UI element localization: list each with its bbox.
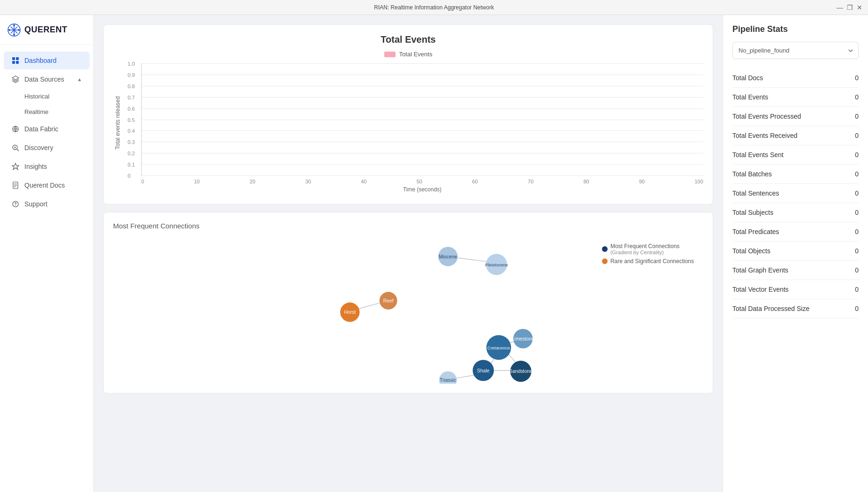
x-axis-label: Time (seconds) xyxy=(141,186,703,193)
right-panel: Pipeline Stats No_pipeline_found Total D… xyxy=(723,15,868,492)
close-button[interactable]: ✕ xyxy=(857,4,862,11)
stat-value: 0 xyxy=(855,305,859,312)
title-bar: RIAN: Realtime Information Aggregator Ne… xyxy=(0,0,868,15)
chart-title: Total Events xyxy=(113,34,703,45)
stat-value: 0 xyxy=(855,209,859,216)
realtime-label: Realtime xyxy=(24,108,48,115)
docs-icon xyxy=(11,181,20,189)
stat-row: Total Sentences 0 xyxy=(732,184,859,203)
logo-icon xyxy=(8,23,21,37)
graph-area: Most Frequent Connections (Gradient by C… xyxy=(113,234,703,384)
stat-row: Total Docs 0 xyxy=(732,68,859,88)
app-layout: QUERENT Dashboard Data Sources ▲ Histori… xyxy=(0,15,868,492)
logo-text: QUERENT xyxy=(24,25,68,35)
stat-label: Total Sentences xyxy=(732,189,779,197)
legend-dot-rare xyxy=(602,258,608,264)
stats-container: Total Docs 0 Total Events 0 Total Events… xyxy=(732,68,859,318)
stat-row: Total Graph Events 0 xyxy=(732,261,859,280)
sidebar-item-dashboard[interactable]: Dashboard xyxy=(4,52,90,69)
svg-text:Limestone: Limestone xyxy=(512,336,534,341)
layers-icon xyxy=(11,75,20,83)
svg-rect-11 xyxy=(12,61,15,64)
x-ticks: 0102030405060708090100 xyxy=(141,179,703,184)
sidebar-item-label: Data Fabric xyxy=(24,125,58,133)
sidebar-navigation: Dashboard Data Sources ▲ Historical Real… xyxy=(0,45,93,220)
support-icon xyxy=(11,200,20,208)
sidebar-item-discovery[interactable]: Discovery xyxy=(4,139,90,157)
stat-row: Total Events 0 xyxy=(732,88,859,107)
stat-label: Total Data Processed Size xyxy=(732,305,809,312)
svg-text:Sandstone: Sandstone xyxy=(509,369,533,374)
chart-container: Total events released 1.0 0.9 0.8 0.7 0.… xyxy=(113,63,703,195)
stat-label: Total Events xyxy=(732,93,768,101)
svg-point-7 xyxy=(8,29,10,31)
legend-item-rare: Rare and Significant Connections xyxy=(602,258,694,265)
stat-label: Total Objects xyxy=(732,247,770,255)
stat-label: Total Graph Events xyxy=(732,266,788,274)
sidebar-item-label: Data Sources xyxy=(24,76,64,83)
logo-area: QUERENT xyxy=(0,15,93,45)
stat-label: Total Subjects xyxy=(732,209,773,216)
discovery-icon xyxy=(11,144,20,152)
stat-value: 0 xyxy=(855,93,859,101)
stat-row: Total Data Processed Size 0 xyxy=(732,299,859,318)
sidebar: QUERENT Dashboard Data Sources ▲ Histori… xyxy=(0,15,94,492)
stat-value: 0 xyxy=(855,132,859,139)
sidebar-item-data-fabric[interactable]: Data Fabric xyxy=(4,120,90,138)
y-axis-label: Total events released xyxy=(114,96,121,149)
sidebar-item-querent-docs[interactable]: Querent Docs xyxy=(4,176,90,194)
svg-marker-19 xyxy=(12,163,19,170)
insights-icon xyxy=(11,162,20,171)
svg-text:Shale: Shale xyxy=(477,368,490,373)
network-graph-card: Most Frequent Connections Most Frequent … xyxy=(103,212,713,394)
window-controls[interactable]: — ❐ ✕ xyxy=(837,4,862,11)
svg-text:Reef: Reef xyxy=(383,298,394,303)
svg-point-26 xyxy=(15,205,16,206)
sidebar-item-label: Dashboard xyxy=(24,57,57,64)
stat-row: Total Batches 0 xyxy=(732,165,859,184)
stat-label: Total Vector Events xyxy=(732,286,789,293)
sidebar-item-label: Support xyxy=(24,200,47,208)
panel-title: Pipeline Stats xyxy=(732,24,859,34)
svg-text:Cretaceous: Cretaceous xyxy=(487,345,510,350)
sidebar-item-label: Querent Docs xyxy=(24,182,65,189)
legend-color-swatch xyxy=(384,52,396,57)
sidebar-item-insights[interactable]: Insights xyxy=(4,158,90,175)
svg-rect-12 xyxy=(16,61,19,64)
stat-row: Total Events Processed 0 xyxy=(732,107,859,126)
stat-value: 0 xyxy=(855,266,859,274)
sidebar-item-label: Insights xyxy=(24,163,47,170)
legend-dot-frequent xyxy=(602,246,608,252)
stat-row: Total Subjects 0 xyxy=(732,203,859,222)
maximize-button[interactable]: ❐ xyxy=(847,4,853,11)
pipeline-select[interactable]: No_pipeline_found xyxy=(732,42,859,59)
sidebar-item-data-sources[interactable]: Data Sources ▲ xyxy=(4,70,90,88)
stat-label: Total Events Received xyxy=(732,132,798,139)
fabric-icon xyxy=(11,125,20,133)
svg-point-5 xyxy=(13,24,15,26)
sidebar-subitem-realtime[interactable]: Realtime xyxy=(4,105,90,119)
sidebar-subitem-historical[interactable]: Historical xyxy=(4,89,90,104)
stat-label: Total Batches xyxy=(732,170,772,178)
window-title: RIAN: Realtime Information Aggregator Ne… xyxy=(374,4,494,11)
sidebar-item-support[interactable]: Support xyxy=(4,195,90,213)
stat-value: 0 xyxy=(855,151,859,159)
stat-label: Total Events Processed xyxy=(732,113,801,120)
main-content: Total Events Total Events Total events r… xyxy=(94,15,723,492)
stat-value: 0 xyxy=(855,170,859,178)
svg-point-6 xyxy=(13,34,15,36)
total-events-card: Total Events Total Events Total events r… xyxy=(103,24,713,204)
minimize-button[interactable]: — xyxy=(837,4,843,11)
stat-value: 0 xyxy=(855,189,859,197)
historical-label: Historical xyxy=(24,93,49,100)
stat-value: 0 xyxy=(855,113,859,120)
legend-item-frequent: Most Frequent Connections (Gradient by C… xyxy=(602,243,694,255)
stat-label: Total Events Sent xyxy=(732,151,784,159)
stat-label: Total Docs xyxy=(732,74,763,82)
legend-label-rare: Rare and Significant Connections xyxy=(610,258,694,265)
svg-line-15 xyxy=(17,149,19,151)
svg-rect-9 xyxy=(12,57,15,60)
graph-legend: Most Frequent Connections (Gradient by C… xyxy=(602,243,694,267)
svg-point-8 xyxy=(18,29,20,31)
svg-point-16 xyxy=(15,147,16,148)
